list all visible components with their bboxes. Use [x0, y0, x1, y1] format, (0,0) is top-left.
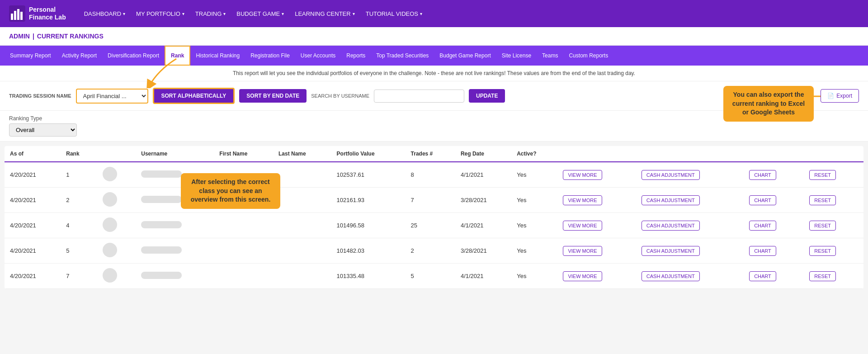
cell-chart: CHART	[744, 264, 804, 289]
col-rank: Rank	[61, 146, 97, 162]
cell-portfolio-value: 102161.93	[331, 188, 406, 213]
svg-rect-1	[11, 14, 13, 20]
subnav-reports[interactable]: Reports	[341, 46, 371, 66]
export-icon: 📄	[827, 93, 834, 99]
rankings-table: As of Rank Username First Name Last Name…	[5, 146, 863, 289]
subnav-site-license[interactable]: Site License	[496, 46, 537, 66]
subnav-registration-file[interactable]: Registration File	[245, 46, 295, 66]
nav-tutorial-videos[interactable]: TUTORIAL VIDEOS ▾	[361, 7, 427, 21]
search-label: SEARCH BY USERNAME	[311, 93, 369, 99]
export-callout: You can also export the current ranking …	[723, 86, 814, 122]
chart-button[interactable]: CHART	[749, 221, 776, 231]
chart-button[interactable]: CHART	[749, 271, 776, 281]
cell-portfolio-value: 101335.48	[331, 264, 406, 289]
subnav-historical-ranking[interactable]: Historical Ranking	[190, 46, 245, 66]
subnav-summary-report[interactable]: Summary Report	[5, 46, 57, 66]
cash-adjustment-button[interactable]: CASH ADJUSTMENT	[642, 271, 700, 281]
chevron-down-icon: ▾	[282, 11, 284, 16]
subnav-user-accounts[interactable]: User Accounts	[295, 46, 341, 66]
breadcrumb-separator: |	[33, 33, 34, 40]
logo[interactable]: Personal Finance Lab	[9, 5, 66, 22]
session-select[interactable]: April Financial ...	[76, 89, 148, 104]
chevron-down-icon: ▾	[420, 11, 422, 16]
ranking-type-select[interactable]: Overall	[9, 123, 77, 137]
reset-button[interactable]: RESET	[809, 170, 836, 180]
col-reg-date: Reg Date	[455, 146, 511, 162]
cash-adjustment-button[interactable]: CASH ADJUSTMENT	[642, 170, 700, 180]
cell-rank: 5	[61, 238, 97, 264]
cell-chart: CHART	[744, 188, 804, 213]
nav-budget-game[interactable]: BUDGET GAME ▾	[232, 7, 288, 21]
cell-view-more: VIEW MORE	[557, 238, 636, 264]
col-actions-1	[557, 146, 636, 162]
breadcrumb-admin: ADMIN	[9, 33, 30, 40]
col-username: Username	[136, 146, 214, 162]
view-more-button[interactable]: VIEW MORE	[563, 221, 602, 231]
nav-learning-center[interactable]: LEARNING CENTER ▾	[290, 7, 359, 21]
cell-chart: CHART	[744, 238, 804, 264]
cash-adjustment-button[interactable]: CASH ADJUSTMENT	[642, 221, 700, 231]
col-first-name: First Name	[214, 146, 273, 162]
chevron-down-icon: ▾	[353, 11, 355, 16]
cell-last-name	[273, 188, 331, 213]
cell-as-of: 4/20/2021	[5, 264, 61, 289]
cell-last-name	[273, 213, 331, 238]
cell-portfolio-value: 101482.03	[331, 238, 406, 264]
view-more-button[interactable]: VIEW MORE	[563, 271, 602, 281]
view-more-button[interactable]: VIEW MORE	[563, 195, 602, 205]
cell-avatar	[97, 162, 136, 188]
sort-by-end-date-button[interactable]: SORT BY END DATE	[239, 89, 307, 103]
table-row: 4/20/2021 7 101335.48 5 4/1/2021 Yes VIE…	[5, 264, 863, 289]
reset-button[interactable]: RESET	[809, 195, 836, 205]
subnav-teams[interactable]: Teams	[537, 46, 563, 66]
cash-adjustment-button[interactable]: CASH ADJUSTMENT	[642, 195, 700, 205]
cell-as-of: 4/20/2021	[5, 188, 61, 213]
export-button[interactable]: 📄 Export	[821, 89, 859, 103]
subnav-budget-game-report[interactable]: Budget Game Report	[434, 46, 496, 66]
reset-button[interactable]: RESET	[809, 221, 836, 231]
chevron-down-icon: ▾	[223, 11, 226, 16]
svg-rect-3	[17, 9, 19, 20]
nav-my-portfolio[interactable]: MY PORTFOLIO ▾	[132, 7, 189, 21]
logo-line1: Personal	[29, 6, 66, 14]
subnav-rank[interactable]: Rank	[165, 46, 190, 66]
subnav-top-traded-securities[interactable]: Top Traded Securities	[371, 46, 434, 66]
cash-adjustment-button[interactable]: CASH ADJUSTMENT	[642, 246, 700, 256]
view-more-button[interactable]: VIEW MORE	[563, 246, 602, 256]
avatar	[103, 243, 117, 257]
subnav-custom-reports[interactable]: Custom Reports	[563, 46, 613, 66]
cell-last-name	[273, 238, 331, 264]
cell-active: Yes	[511, 188, 557, 213]
chart-button[interactable]: CHART	[749, 195, 776, 205]
cell-rank: 2	[61, 188, 97, 213]
rankings-table-container: After selecting the correct class you ca…	[5, 146, 863, 289]
cell-reg-date: 3/28/2021	[455, 238, 511, 264]
nav-trading[interactable]: TRADING ▾	[191, 7, 231, 21]
cell-rank: 1	[61, 162, 97, 188]
cell-last-name	[273, 162, 331, 188]
username-placeholder	[141, 170, 182, 178]
avatar	[103, 217, 117, 232]
cell-active: Yes	[511, 162, 557, 188]
view-more-button[interactable]: VIEW MORE	[563, 170, 602, 180]
cell-reset: RESET	[804, 162, 863, 188]
chart-button[interactable]: CHART	[749, 170, 776, 180]
sort-alphabetically-button[interactable]: SORT ALPHABETICALLY	[153, 88, 235, 104]
page-header: ADMIN | CURRENT RANKINGS	[0, 27, 868, 46]
cell-trades: 2	[406, 238, 455, 264]
cell-view-more: VIEW MORE	[557, 162, 636, 188]
chart-button[interactable]: CHART	[749, 246, 776, 256]
nav-dashboard[interactable]: DASHBOARD ▾	[80, 7, 130, 21]
cell-username	[136, 238, 214, 264]
info-bar: This report will let you see the individ…	[0, 66, 868, 81]
table-row: 4/20/2021 2 102161.93 7 3/28/2021 Yes VI…	[5, 188, 863, 213]
reset-button[interactable]: RESET	[809, 246, 836, 256]
reset-button[interactable]: RESET	[809, 271, 836, 281]
cell-reg-date: 4/1/2021	[455, 264, 511, 289]
subnav-diversification-report[interactable]: Diversification Report	[102, 46, 165, 66]
subnav-activity-report[interactable]: Activity Report	[57, 46, 102, 66]
chevron-down-icon: ▾	[123, 11, 125, 16]
update-button[interactable]: UPDATE	[469, 89, 505, 103]
search-input[interactable]	[374, 90, 464, 103]
cell-active: Yes	[511, 264, 557, 289]
